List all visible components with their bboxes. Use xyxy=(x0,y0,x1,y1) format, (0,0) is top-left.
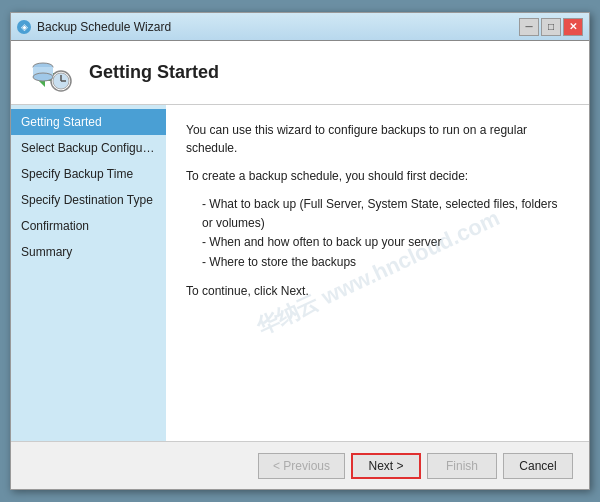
next-button[interactable]: Next > xyxy=(351,453,421,479)
intro-text: You can use this wizard to configure bac… xyxy=(186,121,569,157)
create-label: To create a backup schedule, you should … xyxy=(186,167,569,185)
previous-button[interactable]: < Previous xyxy=(258,453,345,479)
sidebar-item-getting-started[interactable]: Getting Started xyxy=(11,109,166,135)
bullet-list: What to back up (Full Server, System Sta… xyxy=(202,195,569,272)
content-area: Getting Started Select Backup Configurat… xyxy=(11,105,589,441)
sidebar-item-backup-time[interactable]: Specify Backup Time xyxy=(11,161,166,187)
title-controls: ─ □ ✕ xyxy=(519,18,583,36)
wizard-window: ◈ Backup Schedule Wizard ─ □ ✕ xyxy=(10,12,590,490)
sidebar-item-summary[interactable]: Summary xyxy=(11,239,166,265)
title-bar-left: ◈ Backup Schedule Wizard xyxy=(17,20,171,34)
wizard-sidebar: Getting Started Select Backup Configurat… xyxy=(11,105,166,441)
wizard-header: Getting Started xyxy=(11,41,589,105)
sidebar-item-confirmation[interactable]: Confirmation xyxy=(11,213,166,239)
maximize-button[interactable]: □ xyxy=(541,18,561,36)
bullet-item-3: Where to store the backups xyxy=(202,253,569,272)
bullet-item-1: What to back up (Full Server, System Sta… xyxy=(202,195,569,233)
sidebar-item-select-backup[interactable]: Select Backup Configurat... xyxy=(11,135,166,161)
svg-point-7 xyxy=(33,73,53,81)
wizard-page-title: Getting Started xyxy=(89,62,219,83)
sidebar-item-destination-type[interactable]: Specify Destination Type xyxy=(11,187,166,213)
minimize-button[interactable]: ─ xyxy=(519,18,539,36)
wizard-header-icon xyxy=(27,49,75,97)
continue-text: To continue, click Next. xyxy=(186,282,569,300)
main-content-area: 华纳云 www.hncloud.com You can use this wiz… xyxy=(166,105,589,441)
wizard-footer: < Previous Next > Finish Cancel xyxy=(11,441,589,489)
title-bar: ◈ Backup Schedule Wizard ─ □ ✕ xyxy=(11,13,589,41)
window-title: Backup Schedule Wizard xyxy=(37,20,171,34)
bullet-item-2: When and how often to back up your serve… xyxy=(202,233,569,252)
finish-button[interactable]: Finish xyxy=(427,453,497,479)
cancel-button[interactable]: Cancel xyxy=(503,453,573,479)
close-button[interactable]: ✕ xyxy=(563,18,583,36)
app-icon: ◈ xyxy=(17,20,31,34)
